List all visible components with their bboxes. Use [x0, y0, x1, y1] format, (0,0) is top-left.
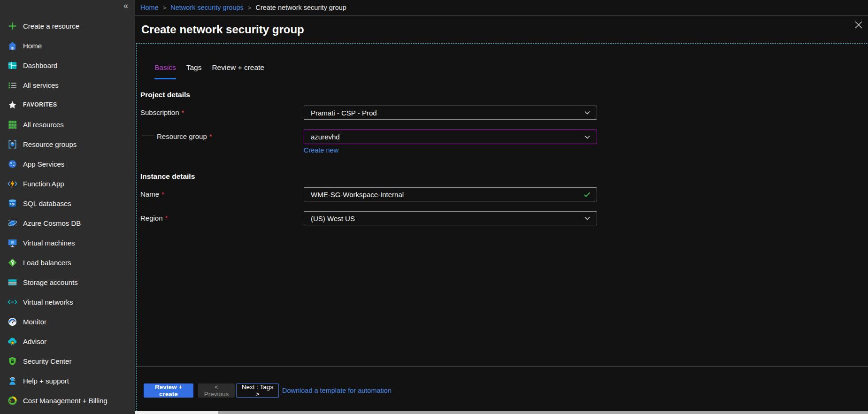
sidebar-collapse-button[interactable]: «: [123, 1, 128, 11]
resource-group-connector-line: [142, 120, 154, 136]
close-icon[interactable]: [854, 21, 863, 29]
region-label: Region*: [140, 211, 168, 225]
region-select[interactable]: (US) West US: [304, 211, 597, 225]
name-input-field[interactable]: [311, 191, 583, 199]
resource-group-value: azurevhd: [311, 133, 584, 141]
breadcrumb: Home>Network security groups>Create netw…: [135, 0, 868, 15]
sidebar-item-label: Monitor: [23, 318, 46, 326]
content-panel-outline: [136, 43, 868, 412]
sidebar-item-label: All services: [23, 81, 59, 89]
sidebar-item-virtual-machines[interactable]: Virtual machines: [0, 233, 135, 253]
project-details-heading: Project details: [140, 90, 190, 100]
azure-portal-window: « Create a resourceHomeDashboardAll serv…: [0, 0, 868, 414]
sidebar-item-function-app[interactable]: Function App: [0, 174, 135, 193]
name-label: Name*: [140, 187, 164, 201]
sidebar-item-resource-groups[interactable]: Resource groups: [0, 134, 135, 154]
previous-button[interactable]: < Previous: [198, 383, 235, 398]
sidebar-item-sql-databases[interactable]: SQL databases: [0, 193, 135, 213]
resource-group-label-text: Resource group: [157, 132, 207, 140]
footer-separator: [137, 366, 868, 367]
sidebar-item-dashboard[interactable]: Dashboard: [0, 55, 135, 75]
sidebar-item-cost-management-billing[interactable]: Cost Management + Billing: [0, 391, 135, 410]
sidebar-item-home[interactable]: Home: [0, 36, 135, 55]
load-balancers-icon: [7, 257, 18, 268]
name-input[interactable]: [304, 187, 597, 201]
sidebar-item-label: All resources: [23, 121, 64, 129]
tab-basics[interactable]: Basics: [154, 63, 176, 79]
horizontal-scrollbar-track[interactable]: [135, 411, 868, 414]
tab-review-create[interactable]: Review + create: [212, 63, 264, 79]
breadcrumb-separator: >: [163, 4, 167, 11]
subscription-select[interactable]: Pramati - CSP - Prod: [304, 106, 597, 120]
subscription-label: Subscription*: [140, 106, 184, 120]
tab-bar: BasicsTagsReview + create: [154, 63, 264, 79]
sidebar-item-storage-accounts[interactable]: Storage accounts: [0, 272, 135, 292]
sidebar-item-virtual-networks[interactable]: Virtual networks: [0, 292, 135, 312]
required-marker: *: [182, 108, 184, 116]
sidebar-item-help-support[interactable]: Help + support: [0, 371, 135, 391]
dashboard-icon: [7, 60, 18, 71]
name-label-text: Name: [140, 190, 159, 198]
tab-tags[interactable]: Tags: [186, 63, 202, 79]
sidebar-nav: Create a resourceHomeDashboardAll servic…: [0, 16, 135, 410]
breadcrumb-link[interactable]: Home: [140, 4, 159, 11]
sidebar-item-create-a-resource[interactable]: Create a resource: [0, 16, 135, 36]
advisor-icon: [7, 336, 18, 347]
breadcrumb-separator: >: [248, 4, 252, 11]
sidebar-item-label: Resource groups: [23, 140, 77, 148]
home-icon: [7, 40, 18, 51]
create-new-link[interactable]: Create new: [304, 146, 338, 154]
sidebar-item-label: Create a resource: [23, 22, 79, 30]
required-marker: *: [209, 132, 212, 140]
sidebar-item-label: Security Center: [23, 357, 71, 365]
sidebar-item-label: FAVORITES: [23, 101, 57, 108]
all-services-icon: [7, 80, 18, 91]
sidebar-item-load-balancers[interactable]: Load balancers: [0, 253, 135, 272]
required-marker: *: [161, 190, 164, 198]
star-icon: [7, 100, 18, 110]
resource-groups-icon: [7, 139, 18, 150]
horizontal-scrollbar-thumb[interactable]: [135, 411, 218, 414]
function-app-icon: [7, 178, 18, 189]
region-value: (US) West US: [311, 215, 584, 222]
sidebar-item-label: Dashboard: [23, 61, 57, 69]
sidebar-item-label: App Services: [23, 160, 64, 168]
region-label-text: Region: [140, 214, 163, 222]
next-tags-button[interactable]: Next : Tags >: [236, 383, 279, 398]
sidebar-item-label: Function App: [23, 180, 64, 188]
sidebar-item-favorites[interactable]: FAVORITES: [0, 95, 135, 115]
sidebar-item-label: Help + support: [23, 377, 69, 385]
breadcrumb-link[interactable]: Network security groups: [170, 4, 244, 11]
download-template-link[interactable]: Download a template for automation: [282, 383, 392, 398]
sidebar-item-azure-cosmos-db[interactable]: Azure Cosmos DB: [0, 213, 135, 233]
sidebar-item-label: Home: [23, 42, 42, 50]
grid-icon: [7, 119, 18, 130]
instance-details-heading: Instance details: [140, 172, 195, 181]
sidebar-item-app-services[interactable]: App Services: [0, 154, 135, 174]
sidebar-item-label: Virtual machines: [23, 239, 75, 247]
resource-group-label: Resource group*: [157, 130, 212, 144]
page-title: Create network security group: [141, 23, 304, 36]
sidebar-item-label: Storage accounts: [23, 278, 78, 286]
title-bar: Create network security group: [135, 16, 868, 43]
breadcrumb-current: Create network security group: [255, 4, 346, 11]
sidebar-item-label: Virtual networks: [23, 298, 73, 306]
required-marker: *: [165, 214, 168, 222]
sidebar-item-all-services[interactable]: All services: [0, 75, 135, 95]
sidebar-item-security-center[interactable]: Security Center: [0, 351, 135, 371]
chevron-down-icon: [584, 215, 591, 222]
sidebar: « Create a resourceHomeDashboardAll serv…: [0, 0, 135, 414]
subscription-label-text: Subscription: [140, 108, 179, 116]
storage-accounts-icon: [7, 277, 18, 288]
sql-databases-icon: [7, 198, 18, 209]
sidebar-item-all-resources[interactable]: All resources: [0, 115, 135, 134]
app-services-icon: [7, 159, 18, 169]
review-create-button[interactable]: Review + create: [144, 383, 193, 398]
valid-check-icon: [583, 191, 591, 199]
resource-group-select[interactable]: azurevhd: [304, 130, 597, 144]
subscription-value: Pramati - CSP - Prod: [311, 109, 584, 117]
chevron-down-icon: [584, 133, 591, 141]
virtual-machines-icon: [7, 238, 18, 248]
sidebar-item-advisor[interactable]: Advisor: [0, 331, 135, 351]
sidebar-item-monitor[interactable]: Monitor: [0, 312, 135, 331]
